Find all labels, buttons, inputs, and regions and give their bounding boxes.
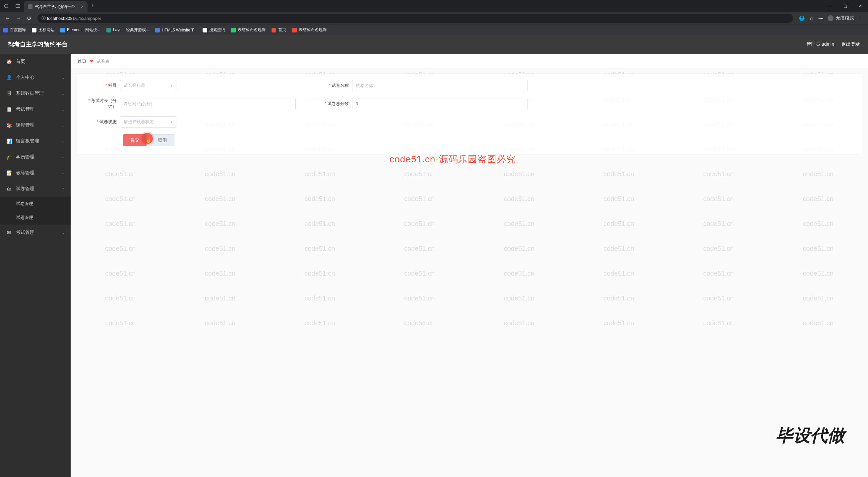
content-area: code51.cncode51.cncode51.cncode51.cncode… — [71, 54, 868, 477]
duration-label: *考试时长（分钟） — [84, 98, 120, 110]
bookmark-favicon-icon — [106, 28, 111, 32]
sidebar-subitem[interactable]: 试卷管理 — [0, 197, 71, 211]
bookmark-label: Layui - 经典开源模... — [113, 27, 149, 33]
sidebar-item[interactable]: 📚课程管理⌄ — [0, 117, 71, 133]
bookmark-item[interactable]: 表结构命名规则 — [292, 27, 327, 33]
menu-label: 首页 — [16, 59, 25, 65]
close-window-button[interactable]: ✕ — [853, 0, 868, 12]
new-tab-button[interactable]: + — [88, 3, 97, 10]
bookmark-item[interactable]: 首页 — [272, 27, 286, 33]
breadcrumb-home[interactable]: 首页 — [77, 58, 87, 64]
url-host: localhost:8081 — [47, 16, 75, 21]
incognito-icon — [828, 15, 834, 21]
bookmark-favicon-icon — [231, 28, 236, 32]
subject-placeholder: 请选择科目 — [124, 82, 145, 89]
admin-label[interactable]: 管理员 admin — [806, 41, 834, 47]
bookmark-label: 表结构命名规则 — [299, 27, 327, 33]
duration-input[interactable] — [120, 98, 296, 109]
menu-icon: 🎓 — [6, 155, 12, 160]
menu-label: 个人中心 — [16, 74, 34, 80]
incognito-indicator[interactable]: 无痕模式 — [828, 15, 854, 21]
site-info-icon[interactable]: ⓘ — [41, 15, 46, 21]
chevron-down-icon: ▾ — [171, 83, 173, 88]
chevron-down-icon: ⌄ — [62, 92, 65, 96]
tab-close-icon[interactable]: × — [81, 4, 84, 9]
translate-icon[interactable]: 🌐 — [799, 15, 805, 21]
bookmarks-bar: 百度翻译图标网站Element - 网站快...Layui - 经典开源模...… — [0, 25, 868, 35]
bookmark-label: 搜索壁纸 — [209, 27, 225, 33]
sidebar-subitem[interactable]: 试题管理 — [0, 211, 71, 225]
bookmark-label: Element - 网站快... — [67, 27, 100, 33]
nav-icons: ← → ⟳ — [3, 15, 33, 22]
menu-label: 考试管理 — [16, 106, 34, 112]
menu-label: 留言板管理 — [16, 138, 39, 144]
chevron-down-icon: ⌄ — [62, 123, 65, 128]
chevron-down-icon: ⌄ — [62, 231, 65, 235]
subject-select[interactable]: 请选择科目 ▾ — [120, 80, 176, 91]
status-select[interactable]: 请选择试卷状态 ▾ — [120, 116, 176, 128]
menu-icon: 🗂 — [6, 186, 12, 192]
sidebar-item[interactable]: 📋考试管理⌄ — [0, 101, 71, 117]
browser-chrome: 驾考自主学习预约平台 × + — ▢ ✕ ← → ⟳ ⓘ localhost:8… — [0, 0, 868, 35]
chevron-down-icon: ⌄ — [62, 155, 65, 159]
bookmark-item[interactable]: 搜索壁纸 — [203, 27, 225, 33]
chevron-down-icon: ▾ — [171, 120, 173, 124]
bookmark-favicon-icon — [60, 28, 65, 32]
menu-label: 试卷管理 — [16, 186, 34, 192]
sidebar-item[interactable]: 📊留言板管理⌄ — [0, 133, 71, 149]
menu-label: 基础数据管理 — [16, 91, 44, 96]
logout-link[interactable]: 退出登录 — [841, 41, 860, 47]
bookmark-item[interactable]: 百度翻译 — [3, 27, 26, 33]
reload-button[interactable]: ⟳ — [27, 15, 31, 22]
chevron-down-icon: ⌄ — [62, 171, 65, 175]
bookmark-favicon-icon — [292, 28, 297, 32]
breadcrumb-current: 试卷表 — [96, 58, 110, 64]
chevron-down-icon: ⌄ — [62, 139, 65, 143]
bookmark-favicon-icon — [155, 28, 160, 32]
address-bar: ← → ⟳ ⓘ localhost:8081/#/exampaper 🌐 ☆ ⊶… — [0, 12, 868, 25]
sidebar-item[interactable]: 📝教练管理⌄ — [0, 165, 71, 181]
menu-icon: 📚 — [6, 123, 12, 128]
sidebar-item[interactable]: ✉考试管理⌄ — [0, 225, 71, 240]
paper-name-label: *试卷名称 — [316, 82, 352, 89]
sidebar-item[interactable]: 🗄基础数据管理⌄ — [0, 86, 71, 101]
sidebar: 🏠首页👤个人中心⌄🗄基础数据管理⌄📋考试管理⌄📚课程管理⌄📊留言板管理⌄🎓学员管… — [0, 54, 71, 477]
maximize-button[interactable]: ▢ — [837, 0, 853, 12]
recent-tabs-icon[interactable] — [0, 3, 12, 9]
chevron-down-icon: ⌄ — [62, 75, 65, 80]
browser-tab[interactable]: 驾考自主学习预约平台 × — [24, 1, 88, 12]
paper-name-input[interactable] — [352, 80, 528, 91]
sidebar-item[interactable]: 🎓学员管理⌄ — [0, 149, 71, 165]
minimize-button[interactable]: — — [822, 0, 837, 12]
menu-label: 课程管理 — [16, 122, 34, 128]
tab-search-icon[interactable] — [12, 3, 24, 9]
url-box[interactable]: ⓘ localhost:8081/#/exampaper — [37, 13, 793, 23]
bookmark-item[interactable]: HTML5 Website T... — [155, 28, 196, 32]
sidebar-item[interactable]: 🗂试卷管理⌄ — [0, 181, 71, 197]
cancel-button[interactable]: 取消 — [151, 134, 175, 146]
bookmark-label: 表结构命名规则 — [238, 27, 266, 33]
menu-icon: ✉ — [6, 230, 12, 235]
chevron-down-icon: ⌄ — [62, 107, 65, 112]
subject-label: *科目 — [84, 82, 120, 89]
bookmark-favicon-icon — [3, 28, 8, 32]
menu-label: 考试管理 — [16, 230, 34, 236]
status-placeholder: 请选择试卷状态 — [124, 119, 154, 125]
sidebar-item[interactable]: 🏠首页 — [0, 54, 71, 70]
bookmark-item[interactable]: Layui - 经典开源模... — [106, 27, 149, 33]
breadcrumb: 首页 ❤ 试卷表 — [71, 54, 868, 69]
menu-icon: 🗄 — [6, 91, 12, 96]
total-score-input[interactable] — [352, 98, 528, 109]
bookmark-item[interactable]: Element - 网站快... — [60, 27, 100, 33]
window-controls: — ▢ ✕ — [822, 0, 868, 12]
bookmark-star-icon[interactable]: ☆ — [809, 15, 814, 21]
forward-button[interactable]: → — [16, 15, 21, 21]
back-button[interactable]: ← — [5, 15, 10, 21]
password-key-icon[interactable]: ⊶ — [818, 15, 823, 21]
sidebar-item[interactable]: 👤个人中心⌄ — [0, 70, 71, 86]
bookmark-item[interactable]: 图标网站 — [32, 27, 54, 33]
menu-icon: 📊 — [6, 138, 12, 144]
bookmark-item[interactable]: 表结构命名规则 — [231, 27, 266, 33]
browser-menu-icon[interactable]: ⋮ — [859, 15, 863, 21]
bookmark-favicon-icon — [272, 28, 276, 32]
